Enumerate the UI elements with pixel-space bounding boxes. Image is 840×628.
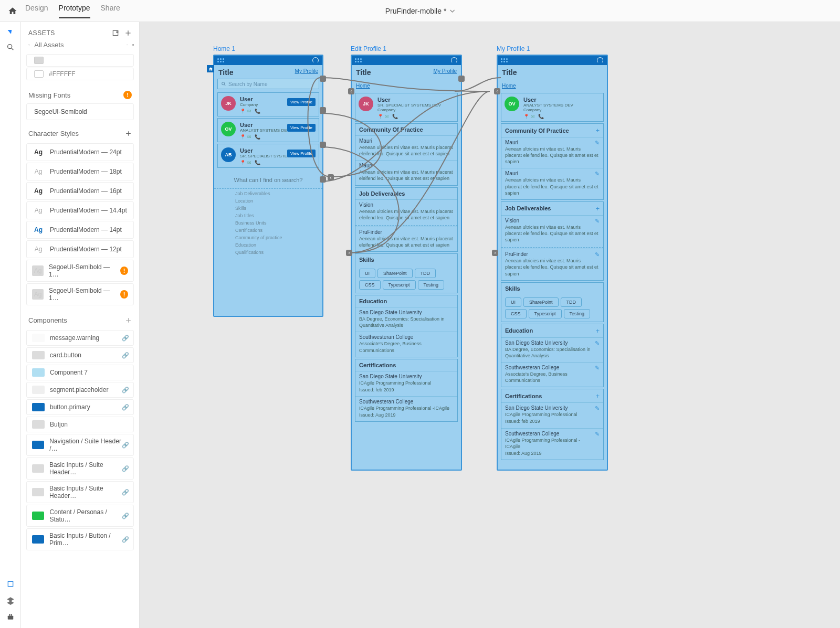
prototype-canvas[interactable]: Home 1 Title My Profile Search by Name J… [140,22,840,628]
pencil-icon[interactable]: ✎ [595,405,600,412]
component-row[interactable]: message.warning🔗 [26,330,134,346]
warning-icon: ! [123,91,132,99]
plus-icon[interactable]: + [595,126,600,134]
svg-rect-2 [7,616,13,620]
component-thumbnail [32,441,44,449]
my-profile-link[interactable]: My Profile [295,68,318,77]
component-row[interactable]: Content / Personas / Statu…🔗 [26,505,134,527]
plus-icon[interactable]: + [595,392,600,400]
view-profile-button[interactable]: View Profile [287,150,316,157]
component-row[interactable]: Navigation / Suite Header /…🔗 [26,434,134,456]
view-profile-button[interactable]: View Profile [287,124,316,132]
color-asset-row[interactable] [26,54,134,67]
plus-icon[interactable]: + [595,205,600,212]
pencil-icon[interactable]: ✎ [595,340,600,347]
my-profile-link[interactable]: My Profile [434,68,457,77]
skill-chip[interactable]: Typescript [529,309,562,318]
component-row[interactable]: Basic Inputs / Suite Header…🔗 [26,457,134,480]
warning-icon: ! [120,267,128,275]
char-style-row[interactable]: AgPrudentialModern — 12pt [26,240,134,258]
artboard-label[interactable]: My Profile 1 [497,45,530,52]
artboard-icon[interactable] [6,580,15,588]
char-style-row[interactable]: AgSegoeUI-Semibold — 1…! [26,283,134,305]
grid-view-icon[interactable] [132,41,134,48]
pencil-icon[interactable]: ✎ [595,140,600,146]
search-icon[interactable] [6,43,15,51]
plugin-icon[interactable] [7,613,14,621]
home-link[interactable]: Home [502,83,516,89]
artboard-label[interactable]: Home 1 [213,45,235,52]
wire-nub[interactable] [320,142,326,148]
artboard-edit-profile[interactable]: TitleMy Profile Home ‹ JK UserSR. SPECIA… [351,55,462,471]
component-row[interactable]: card.button🔗 [26,347,134,363]
char-style-row[interactable]: AgPrudentialModern — 18pt [26,163,134,180]
skill-chip[interactable]: CSS [505,309,527,318]
wire-nub[interactable]: › [346,250,352,256]
home-link[interactable]: Home [356,83,370,89]
home-icon[interactable] [7,6,18,16]
support-icon [450,57,458,64]
mail-icon: ✉ [531,114,535,118]
char-style-row[interactable]: AgPrudentialModern — 24pt [26,143,134,161]
components-heading: Components [28,316,67,324]
component-row[interactable]: Basic Inputs / Suite Header…🔗 [26,481,134,503]
skill-chip[interactable]: UI [359,269,375,278]
skill-chip[interactable]: Typescript [383,280,416,290]
wire-nub[interactable]: › [492,250,498,256]
char-style-row[interactable]: AgPrudentialModern — 14.4pt [26,201,134,219]
skill-chip[interactable]: TDD [561,297,582,307]
plus-icon[interactable]: + [595,327,600,335]
skill-chip[interactable]: Testing [564,309,591,318]
skill-chip[interactable]: SharePoint [377,269,413,278]
hint-item: Business Units [235,219,319,227]
wire-nub[interactable]: ‹ [348,88,354,94]
chevron-down-icon[interactable] [127,42,128,48]
tab-design[interactable]: Design [25,4,48,18]
typography-icon: Ag [32,205,45,216]
tab-prototype[interactable]: Prototype [59,4,90,18]
wire-nub[interactable] [320,107,326,113]
pencil-icon[interactable]: ✎ [595,218,600,225]
skill-chip[interactable]: TDD [415,269,436,278]
pencil-icon[interactable]: ✎ [595,171,600,177]
wire-nub[interactable]: ‹ [328,174,334,180]
wire-nub[interactable] [458,76,465,82]
char-style-row[interactable]: AgPrudentialModern — 16pt [26,182,134,200]
search-field[interactable]: Search by Name [217,79,319,89]
artboard-my-profile[interactable]: Title Home ‹ OV UserANALYST SYSTEMS DEVC… [497,55,608,471]
view-profile-button[interactable]: View Profile [287,98,316,106]
skill-chip[interactable]: UI [505,297,521,307]
wire-nub[interactable] [320,76,326,82]
component-row[interactable]: segment.placeholder🔗 [26,382,134,398]
tab-share[interactable]: Share [101,4,120,18]
asset-search-input[interactable] [34,41,122,49]
component-row[interactable]: button.primary🔗 [26,399,134,415]
pencil-icon[interactable]: ✎ [595,251,600,258]
wire-nub[interactable] [320,176,326,183]
export-icon[interactable] [112,29,119,37]
component-thumbnail [32,351,45,359]
char-style-row[interactable]: AgSegoeUI-Semibold — 1…! [26,260,134,282]
select-tool-icon[interactable] [7,28,13,34]
skill-chip[interactable]: CSS [359,280,381,290]
layers-icon[interactable] [6,597,15,605]
app-topbar: Design Prototype Share PruFinder-mobile … [0,0,840,22]
skill-chip[interactable]: Testing [418,280,445,290]
pencil-icon[interactable]: ✎ [595,365,600,371]
skills-section: SkillsUISharePointTDDCSSTypescriptTestin… [355,253,458,293]
artboard-label[interactable]: Edit Profile 1 [351,45,386,52]
plus-icon[interactable] [124,29,132,37]
wire-nub[interactable]: ‹ [494,88,500,94]
skill-chip[interactable]: SharePoint [523,297,559,307]
component-row[interactable]: Butjon [26,417,134,432]
plus-icon[interactable] [125,317,132,324]
missing-font-row[interactable]: SegoeUI-Semibold [26,103,134,120]
char-style-row[interactable]: AgPrudentialModern — 14pt [26,221,134,239]
component-row[interactable]: Component 7 [26,365,134,380]
plus-icon[interactable] [125,130,132,137]
color-asset-row[interactable]: #FFFFFF [26,68,134,80]
project-title[interactable]: PruFinder-mobile * [385,7,455,15]
artboard-home[interactable]: Title My Profile Search by Name JK UserC… [213,55,323,317]
component-row[interactable]: Basic Inputs / Button / Prim…🔗 [26,528,134,550]
pencil-icon[interactable]: ✎ [595,431,600,438]
